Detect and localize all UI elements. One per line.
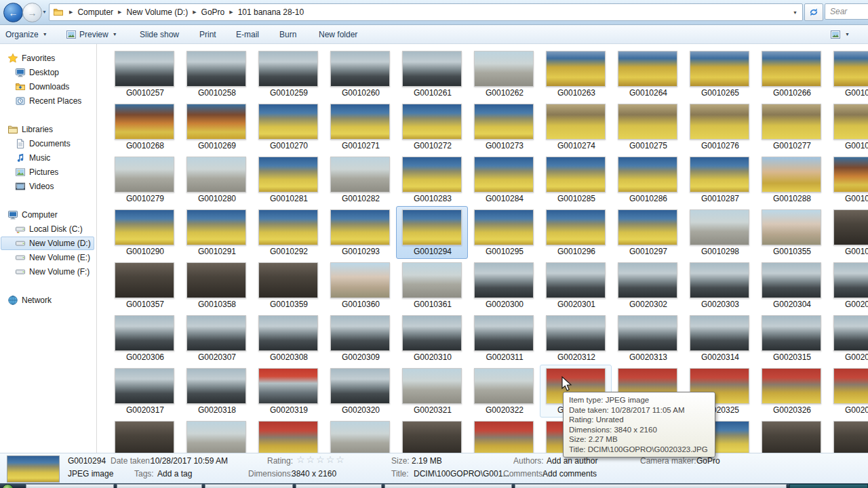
file-item[interactable] xyxy=(755,418,827,453)
file-item-g0010281[interactable]: G0010281 xyxy=(252,153,324,206)
file-item-g0010296[interactable]: G0010296 xyxy=(540,206,612,259)
file-item-g0010263[interactable]: G0010263 xyxy=(540,47,612,100)
sidebar-item-recent-places[interactable]: Recent Places xyxy=(1,94,94,108)
file-item-g0020306[interactable]: G0020306 xyxy=(108,312,180,365)
toolbar-button-burn[interactable]: Burn xyxy=(279,25,296,43)
file-item-g0020303[interactable]: G0020303 xyxy=(684,259,755,312)
file-item[interactable] xyxy=(324,418,396,453)
file-item-g0020311[interactable]: G0020311 xyxy=(468,312,540,365)
file-item-g0010295[interactable]: G0010295 xyxy=(468,206,540,259)
file-item-g0020327[interactable]: G0020327 xyxy=(827,365,868,418)
file-item-g0010293[interactable]: G0010293 xyxy=(324,206,396,259)
file-item-g0020319[interactable]: G0020319 xyxy=(252,365,324,418)
sidebar-item-computer[interactable]: Computer xyxy=(1,208,94,222)
sidebar-item-libraries[interactable]: Libraries xyxy=(1,123,94,136)
toolbar-button-new-folder[interactable]: New folder xyxy=(319,25,357,43)
file-item-g0010359[interactable]: G0010359 xyxy=(252,259,324,312)
file-item-g0010282[interactable]: G0010282 xyxy=(324,153,396,206)
file-item-g0010271[interactable]: G0010271 xyxy=(324,100,396,153)
file-item-g0010361[interactable]: G0010361 xyxy=(396,259,468,312)
file-item-g0010262[interactable]: G0010262 xyxy=(468,47,540,100)
file-item-g0020315[interactable]: G0020315 xyxy=(755,312,827,365)
sidebar-item-local-disk-c[interactable]: Local Disk (C:) xyxy=(1,222,94,236)
file-item-g0020314[interactable]: G0020314 xyxy=(684,312,755,365)
start-button[interactable] xyxy=(2,484,14,488)
file-item-g0020302[interactable]: G0020302 xyxy=(612,259,684,312)
details-comments[interactable]: Add comments xyxy=(542,469,597,479)
search-input[interactable]: Sear xyxy=(825,3,868,20)
file-item-g0010259[interactable]: G0010259 xyxy=(252,47,324,100)
file-item-g0010291[interactable]: G0010291 xyxy=(180,206,252,259)
file-item-g0010294[interactable]: G0010294 xyxy=(396,206,468,259)
file-item-g0010357[interactable]: G0010357 xyxy=(108,259,180,312)
file-item-g0010257[interactable]: G0010257 xyxy=(108,47,180,100)
file-item-g0020307[interactable]: G0020307 xyxy=(180,312,252,365)
sidebar-item-pictures[interactable]: Pictures xyxy=(1,165,94,179)
file-item-g0010298[interactable]: G0010298 xyxy=(684,206,755,259)
taskbar-button[interactable] xyxy=(515,484,787,488)
file-item-g0010277[interactable]: G0010277 xyxy=(755,100,827,153)
taskbar-button[interactable] xyxy=(26,484,114,488)
file-item-g0020316[interactable]: G0020316 xyxy=(827,312,868,365)
file-item-g0010288[interactable]: G0010288 xyxy=(755,153,827,206)
sidebar-item-desktop[interactable]: Desktop xyxy=(1,66,94,79)
file-item-g0010275[interactable]: G0010275 xyxy=(612,100,684,153)
file-item-g0010287[interactable]: G0010287 xyxy=(684,153,755,206)
file-item-g0010292[interactable]: G0010292 xyxy=(252,206,324,259)
file-item-g0010276[interactable]: G0010276 xyxy=(684,100,755,153)
file-item-g0010261[interactable]: G0010261 xyxy=(396,47,468,100)
file-item-g0010280[interactable]: G0010280 xyxy=(180,153,252,206)
toolbar-button-e-mail[interactable]: E-mail xyxy=(236,25,259,43)
back-button[interactable]: ← xyxy=(3,3,23,22)
file-item-g0010358[interactable]: G0010358 xyxy=(180,259,252,312)
sidebar-item-new-volume-d[interactable]: New Volume (D:) xyxy=(1,237,94,250)
file-item-g0020309[interactable]: G0020309 xyxy=(324,312,396,365)
toolbar-button-preview[interactable]: Preview▼ xyxy=(66,25,117,43)
file-item-g0020308[interactable]: G0020308 xyxy=(252,312,324,365)
file-item-g0020301[interactable]: G0020301 xyxy=(540,259,612,312)
taskbar-button[interactable] xyxy=(117,484,202,488)
file-item-g0010265[interactable]: G0010265 xyxy=(684,47,755,100)
address-dropdown-icon[interactable]: ▼ xyxy=(788,10,802,15)
file-item-g0010274[interactable]: G0010274 xyxy=(540,100,612,153)
sidebar-item-documents[interactable]: Documents xyxy=(1,137,94,150)
forward-button[interactable]: → xyxy=(22,3,42,22)
sidebar-item-new-volume-f[interactable]: New Volume (F:) xyxy=(1,265,94,279)
breadcrumb-item-101-banana-28-10[interactable]: 101 banana 28-10 xyxy=(236,7,306,18)
file-item-g0020326[interactable]: G0020326 xyxy=(755,365,827,418)
breadcrumb-item-computer[interactable]: Computer xyxy=(75,7,115,18)
file-item-g0010283[interactable]: G0010283 xyxy=(396,153,468,206)
file-item-g0020318[interactable]: G0020318 xyxy=(180,365,252,418)
file-item[interactable] xyxy=(396,418,468,453)
file-item-g0010266[interactable]: G0010266 xyxy=(755,47,827,100)
file-item-g0020305[interactable]: G0020305 xyxy=(827,259,868,312)
file-item[interactable] xyxy=(468,418,540,453)
file-item-g0010258[interactable]: G0010258 xyxy=(180,47,252,100)
file-item-g0010279[interactable]: G0010279 xyxy=(108,153,180,206)
toolbar-button-slide-show[interactable]: Slide show xyxy=(140,25,179,43)
file-item-g0010290[interactable]: G0010290 xyxy=(108,206,180,259)
taskbar-button[interactable] xyxy=(789,484,868,488)
taskbar-button[interactable] xyxy=(205,484,293,488)
toolbar-button-organize[interactable]: Organize▼ xyxy=(5,25,47,43)
file-item[interactable] xyxy=(827,418,868,453)
sidebar-item-new-volume-e[interactable]: New Volume (E:) xyxy=(1,251,94,264)
details-rating-stars[interactable]: ☆☆☆☆☆ xyxy=(296,454,346,465)
file-item-g0010268[interactable]: G0010268 xyxy=(108,100,180,153)
file-item-g0010356[interactable]: G0010356 xyxy=(827,206,868,259)
file-item-g0010278[interactable]: G0010278 xyxy=(827,100,868,153)
file-item-g0020310[interactable]: G0020310 xyxy=(396,312,468,365)
file-item-g0020321[interactable]: G0020321 xyxy=(396,365,468,418)
toolbar-button-print[interactable]: Print xyxy=(199,25,216,43)
file-item-g0010260[interactable]: G0010260 xyxy=(324,47,396,100)
file-item-g0010264[interactable]: G0010264 xyxy=(612,47,684,100)
file-item-g0020322[interactable]: G0020322 xyxy=(468,365,540,418)
file-item-g0010360[interactable]: G0010360 xyxy=(324,259,396,312)
file-item-g0020313[interactable]: G0020313 xyxy=(612,312,684,365)
file-item-g0010267[interactable]: G0010267 xyxy=(827,47,868,100)
breadcrumb-item-gopro[interactable]: GoPro xyxy=(199,7,227,18)
file-item-g0020304[interactable]: G0020304 xyxy=(755,259,827,312)
taskbar-button[interactable] xyxy=(296,484,382,488)
sidebar-item-downloads[interactable]: Downloads xyxy=(1,80,94,94)
sidebar-item-videos[interactable]: Videos xyxy=(1,180,94,193)
